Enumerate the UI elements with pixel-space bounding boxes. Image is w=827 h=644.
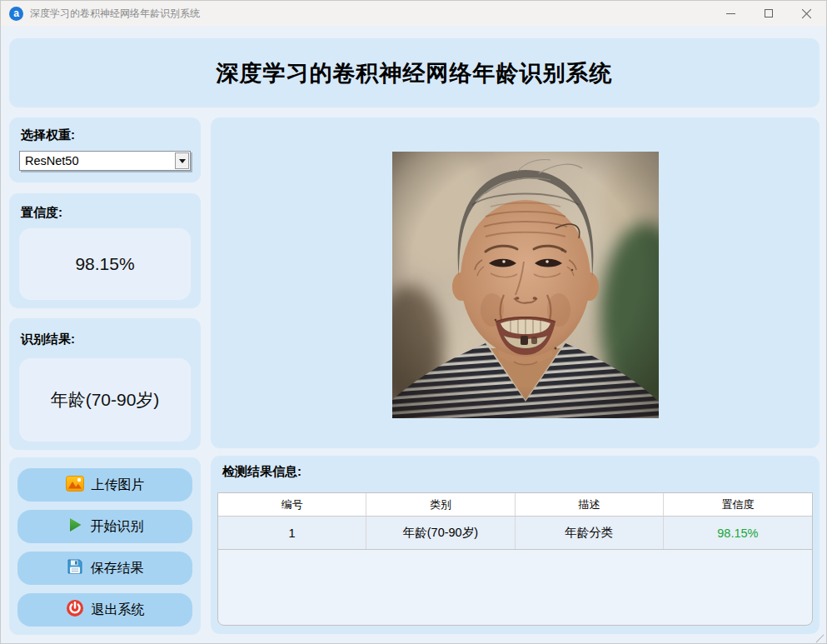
upload-image-label: 上传图片 bbox=[92, 477, 145, 494]
page-title: 深度学习的卷积神经网络年龄识别系统 bbox=[217, 58, 613, 88]
exit-system-label: 退出系统 bbox=[92, 602, 145, 619]
result-card: 识别结果: 年龄(70-90岁) bbox=[9, 318, 201, 450]
save-icon bbox=[67, 558, 83, 578]
weight-select[interactable]: ResNet50 bbox=[19, 151, 191, 171]
title-bar: a 深度学习的卷积神经网络年龄识别系统 bbox=[1, 1, 826, 26]
maximize-icon bbox=[765, 9, 773, 17]
close-button[interactable] bbox=[788, 1, 826, 26]
table-header-row: 编号 类别 描述 置信度 bbox=[218, 493, 812, 517]
col-header-category: 类别 bbox=[366, 493, 515, 516]
confidence-label: 置信度: bbox=[21, 205, 62, 221]
table-row: 1 年龄(70-90岁) 年龄分类 98.15% bbox=[218, 517, 812, 550]
header-banner: 深度学习的卷积神经网络年龄识别系统 bbox=[9, 38, 820, 107]
upload-image-button[interactable]: 上传图片 bbox=[17, 468, 192, 502]
results-table: 编号 类别 描述 置信度 1 年龄(70-90岁) 年龄分类 98.15% bbox=[217, 492, 813, 626]
col-header-desc: 描述 bbox=[516, 493, 664, 516]
save-result-button[interactable]: 保存结果 bbox=[17, 552, 192, 585]
weight-selected-value: ResNet50 bbox=[20, 154, 78, 167]
window-controls bbox=[711, 1, 826, 26]
cell-confidence: 98.15% bbox=[664, 517, 812, 549]
start-recognition-label: 开始识别 bbox=[91, 518, 144, 536]
image-icon bbox=[66, 476, 84, 495]
app-window: a 深度学习的卷积神经网络年龄识别系统 深度学习的卷积神经网络年龄识别系统 选择… bbox=[0, 0, 827, 644]
window-title: 深度学习的卷积神经网络年龄识别系统 bbox=[30, 7, 200, 21]
col-header-no: 编号 bbox=[218, 493, 366, 516]
confidence-card: 置信度: 98.15% bbox=[9, 193, 201, 308]
result-label: 识别结果: bbox=[21, 332, 75, 347]
weight-label: 选择权重: bbox=[21, 127, 75, 143]
portrait-image bbox=[392, 152, 659, 418]
cell-desc: 年龄分类 bbox=[516, 517, 664, 549]
minimize-button[interactable] bbox=[711, 1, 750, 26]
app-icon: a bbox=[9, 7, 23, 21]
confidence-value-box: 98.15% bbox=[19, 228, 191, 300]
result-value-box: 年龄(70-90岁) bbox=[19, 358, 191, 442]
col-header-confidence: 置信度 bbox=[664, 493, 812, 516]
image-panel bbox=[211, 117, 820, 448]
power-icon bbox=[66, 599, 84, 621]
save-result-label: 保存结果 bbox=[91, 560, 144, 577]
close-icon bbox=[802, 8, 812, 18]
actions-card: 上传图片 开始识别 保存结果 bbox=[9, 457, 201, 635]
start-recognition-button[interactable]: 开始识别 bbox=[17, 510, 192, 543]
play-icon bbox=[67, 517, 83, 537]
maximize-button[interactable] bbox=[750, 1, 788, 26]
resize-grip[interactable] bbox=[815, 631, 825, 641]
cell-category: 年龄(70-90岁) bbox=[366, 517, 515, 549]
combo-dropdown-button[interactable] bbox=[175, 152, 189, 169]
result-value: 年龄(70-90岁) bbox=[51, 388, 160, 412]
weight-card: 选择权重: ResNet50 bbox=[9, 117, 201, 182]
minimize-icon bbox=[726, 13, 735, 14]
chevron-down-icon bbox=[179, 159, 186, 163]
results-panel: 检测结果信息: 编号 类别 描述 置信度 1 年龄(70-90岁) 年龄分类 9… bbox=[211, 456, 820, 634]
confidence-value: 98.15% bbox=[75, 254, 134, 274]
exit-system-button[interactable]: 退出系统 bbox=[17, 593, 192, 627]
cell-no: 1 bbox=[218, 517, 366, 549]
results-label: 检测结果信息: bbox=[222, 464, 301, 480]
